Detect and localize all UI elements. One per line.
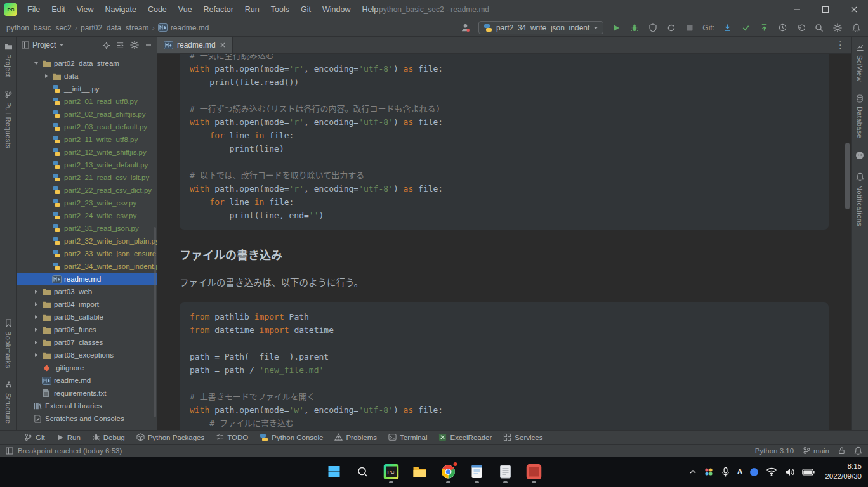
collapse-all-icon[interactable] xyxy=(116,41,124,49)
chrome[interactable] xyxy=(436,459,461,484)
chevron-right-icon[interactable] xyxy=(32,339,40,346)
tab-options-icon[interactable]: ⋮ xyxy=(830,37,851,53)
chevron-right-icon[interactable] xyxy=(32,327,40,333)
tree-item[interactable]: part2_32_write_json_plain.py xyxy=(17,235,157,247)
menu-edit[interactable]: Edit xyxy=(46,0,71,19)
tool-window-button-services[interactable]: Services xyxy=(498,431,548,444)
tool-window-button-debug[interactable]: Debug xyxy=(87,431,130,444)
menu-run[interactable]: Run xyxy=(239,0,265,19)
coverage-button[interactable] xyxy=(647,22,659,34)
chevron-right-icon[interactable] xyxy=(32,352,40,358)
tool-stripe-sciview[interactable]: SciView xyxy=(856,43,864,82)
tree-item[interactable]: part2_11_write_utf8.py xyxy=(17,133,157,146)
maximize-button[interactable] xyxy=(811,0,839,19)
document-app[interactable] xyxy=(493,459,518,484)
grid-app-icon[interactable] xyxy=(704,467,714,477)
taskbar-search[interactable] xyxy=(350,459,376,484)
pycharm-app[interactable]: PC xyxy=(379,459,404,484)
undo-button[interactable] xyxy=(795,22,806,34)
tool-window-button-run[interactable]: Run xyxy=(51,431,86,444)
chevron-right-icon[interactable] xyxy=(43,73,50,79)
chevron-down-icon[interactable] xyxy=(59,42,64,48)
tree-item[interactable]: part04_import xyxy=(17,298,157,311)
tree-item[interactable]: part2_23_write_csv.py xyxy=(17,197,157,209)
tree-item[interactable]: part05_callable xyxy=(17,311,157,323)
tool-window-button-excelreader[interactable]: ExcelReader xyxy=(433,431,497,444)
stop-button[interactable] xyxy=(684,22,695,34)
rerun-button[interactable] xyxy=(666,22,677,34)
tree-item[interactable]: External Libraries xyxy=(17,399,157,412)
tool-stripe-structure[interactable]: Structure xyxy=(4,381,13,424)
run-configuration-select[interactable]: part2_34_write_json_indent xyxy=(478,21,603,34)
menu-navigate[interactable]: Navigate xyxy=(100,0,142,19)
tree-item[interactable]: part2_24_write_csv.py xyxy=(17,209,157,222)
explorer[interactable] xyxy=(407,459,433,484)
tool-window-button-terminal[interactable]: Terminal xyxy=(383,431,432,444)
battery-icon[interactable] xyxy=(802,469,815,476)
tree-item[interactable]: __init__.py xyxy=(17,82,157,95)
notepad[interactable] xyxy=(464,459,490,484)
menu-tools[interactable]: Tools xyxy=(265,0,295,19)
git-push-button[interactable] xyxy=(758,22,770,34)
event-log-icon[interactable] xyxy=(854,446,862,455)
notifications-button[interactable] xyxy=(850,22,862,34)
readonly-lock-icon[interactable] xyxy=(838,446,845,455)
breadcrumb-item[interactable]: part02_data_stream xyxy=(81,23,148,32)
chevron-right-icon[interactable] xyxy=(32,314,40,320)
git-branch-widget[interactable]: main xyxy=(803,446,829,455)
tool-window-button-problems[interactable]: Problems xyxy=(329,431,382,444)
tool-window-button-git[interactable]: Git xyxy=(19,431,50,444)
tree-item[interactable]: requirements.txt xyxy=(17,387,157,399)
editor-content[interactable]: # 一気に全行読み込むwith path.open(mode='r', enco… xyxy=(157,54,851,430)
menu-refactor[interactable]: Refactor xyxy=(198,0,239,19)
project-scrollbar[interactable] xyxy=(154,227,156,417)
tool-window-button-python-packages[interactable]: Python Packages xyxy=(131,431,210,444)
tree-item[interactable]: readme.md xyxy=(17,273,157,285)
tool-window-quick-access-icon[interactable] xyxy=(6,447,13,455)
breadcrumb-item[interactable]: readme.md xyxy=(158,23,209,32)
history-button[interactable] xyxy=(777,22,788,34)
tool-window-button-todo[interactable]: TODO xyxy=(211,431,253,444)
wifi-icon[interactable] xyxy=(766,467,777,476)
menu-vue[interactable]: Vue xyxy=(173,0,198,19)
hide-panel-icon[interactable] xyxy=(145,41,152,49)
close-tab-icon[interactable] xyxy=(220,42,226,48)
tool-stripe-icon[interactable] xyxy=(855,151,864,160)
locate-file-icon[interactable] xyxy=(102,41,110,49)
tab-readme[interactable]: readme.md xyxy=(157,37,233,53)
mic-icon[interactable] xyxy=(721,467,730,477)
tree-item[interactable]: part03_web xyxy=(17,285,157,298)
tool-window-button-python-console[interactable]: Python Console xyxy=(254,431,328,444)
ime-indicator[interactable]: A xyxy=(737,467,743,476)
tree-item[interactable]: .gitignore xyxy=(17,361,157,374)
user-icon[interactable] xyxy=(460,22,471,34)
menu-view[interactable]: View xyxy=(71,0,100,19)
blue-dot-icon[interactable] xyxy=(749,467,759,477)
tree-item[interactable]: part2_21_read_csv_lsit.py xyxy=(17,171,157,184)
git-commit-button[interactable] xyxy=(740,22,751,34)
search-everywhere-button[interactable] xyxy=(813,22,825,34)
settings-button[interactable] xyxy=(832,22,843,34)
tree-item[interactable]: part06_funcs xyxy=(17,323,157,336)
git-update-button[interactable] xyxy=(721,22,733,34)
run-button[interactable] xyxy=(610,22,622,34)
tree-item[interactable]: part2_22_read_csv_dict.py xyxy=(17,184,157,197)
tool-stripe-project[interactable]: Project xyxy=(4,43,13,77)
chevron-up-icon[interactable] xyxy=(689,469,697,474)
menu-code[interactable]: Code xyxy=(142,0,173,19)
tree-item[interactable]: part2_02_read_shiftjis.py xyxy=(17,108,157,120)
orange-app[interactable] xyxy=(522,459,547,484)
tree-item[interactable]: part08_exceptions xyxy=(17,349,157,361)
win-start[interactable] xyxy=(322,459,347,484)
tree-item[interactable]: part2_12_write_shiftjis.py xyxy=(17,146,157,159)
debug-button[interactable] xyxy=(629,22,640,34)
tree-item[interactable]: part2_33_write_json_ensure_a xyxy=(17,247,157,260)
panel-settings-icon[interactable] xyxy=(130,41,139,49)
tree-item[interactable]: part2_01_read_utf8.py xyxy=(17,95,157,108)
tree-item[interactable]: readme.md xyxy=(17,374,157,387)
menu-git[interactable]: Git xyxy=(295,0,317,19)
minimize-button[interactable] xyxy=(782,0,811,19)
tree-item[interactable]: part02_data_stream xyxy=(17,57,157,70)
chevron-right-icon[interactable] xyxy=(32,289,40,295)
taskbar-clock[interactable]: 8:152022/09/30 xyxy=(825,462,862,481)
